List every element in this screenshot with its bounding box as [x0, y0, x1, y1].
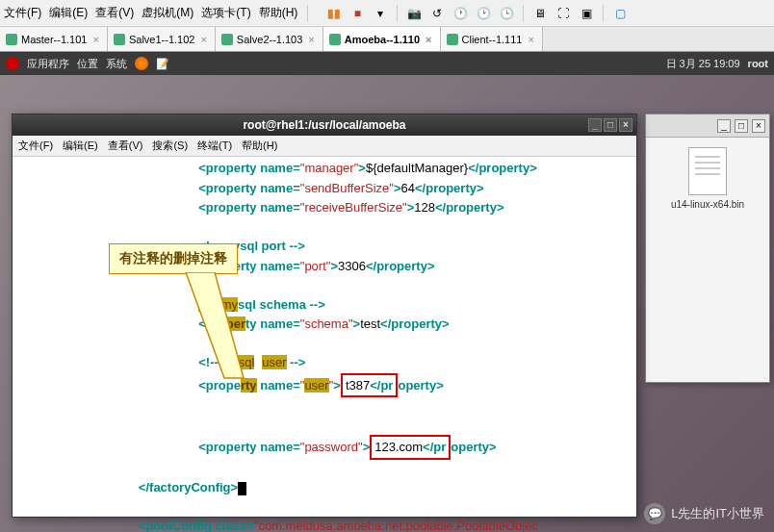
menu-tabs[interactable]: 选项卡(T)	[201, 5, 250, 21]
close-icon[interactable]: ×	[526, 34, 535, 45]
menu-vm[interactable]: 虚拟机(M)	[142, 5, 194, 21]
clock2-icon[interactable]: 🕑	[475, 5, 492, 22]
term-menu-search[interactable]: 搜索(S)	[152, 139, 188, 153]
gnome-places[interactable]: 位置	[77, 57, 98, 71]
gnome-panel: 应用程序 位置 系统 📝 日 3月 25 19:09 root	[0, 52, 774, 75]
gnome-date[interactable]: 日 3月 25 19:09	[666, 57, 740, 71]
file-item[interactable]: u14-linux-x64.bin	[646, 138, 769, 219]
dropdown-icon[interactable]: ▾	[372, 5, 389, 22]
clock3-icon[interactable]: 🕒	[498, 5, 515, 22]
tab-label: Amoeba--1.110	[345, 34, 420, 45]
minimize-button[interactable]: _	[588, 118, 602, 132]
notes-icon[interactable]: 📝	[156, 58, 169, 70]
maximize-button[interactable]: □	[735, 119, 748, 133]
terminal-window[interactable]: root@rhel1:/usr/local/amoeba _ □ × 文件(F)…	[12, 114, 637, 518]
monitor-icon	[221, 34, 233, 45]
callout-text: 有注释的删掉注释	[109, 243, 238, 274]
stop-icon[interactable]: ■	[348, 5, 366, 22]
tab-label: Client--1.111	[462, 34, 523, 45]
desktop: _ □ × u14-linux-x64.bin root@rhel1:/usr/…	[0, 75, 774, 532]
callout-arrow-icon	[176, 272, 263, 388]
menu-edit[interactable]: 编辑(E)	[49, 5, 88, 21]
menu-help[interactable]: 帮助(H)	[259, 5, 298, 21]
terminal-title: root@rhel1:/usr/local/amoeba	[243, 118, 405, 132]
menu-view[interactable]: 查看(V)	[95, 5, 134, 21]
close-button[interactable]: ×	[619, 118, 632, 132]
vm-tabs: Master--1.101× Salve1--1.102× Salve2--1.…	[0, 27, 774, 52]
watermark: 💬 L先生的IT小世界	[644, 503, 764, 524]
monitor-icon	[6, 34, 17, 45]
tab-master[interactable]: Master--1.101×	[0, 27, 108, 51]
close-icon[interactable]: ×	[424, 34, 433, 45]
main-menubar: 文件(F) 编辑(E) 查看(V) 虚拟机(M) 选项卡(T) 帮助(H) ▮▮…	[0, 0, 774, 27]
titlebar: _ □ ×	[646, 114, 769, 138]
term-menu-terminal[interactable]: 终端(T)	[197, 139, 232, 153]
tab-client[interactable]: Client--1.111×	[441, 27, 543, 51]
redhat-icon[interactable]	[6, 57, 19, 70]
term-menu-view[interactable]: 查看(V)	[108, 139, 143, 153]
wechat-icon: 💬	[644, 503, 665, 524]
revert-icon[interactable]: ↺	[428, 5, 446, 22]
term-menu-help[interactable]: 帮助(H)	[242, 139, 277, 153]
tab-salve1[interactable]: Salve1--1.102×	[108, 27, 216, 51]
tab-label: Master--1.101	[21, 34, 87, 45]
terminal-menu: 文件(F) 编辑(E) 查看(V) 搜索(S) 终端(T) 帮助(H)	[13, 136, 636, 157]
term-menu-edit[interactable]: 编辑(E)	[63, 139, 98, 153]
minimize-button[interactable]: _	[717, 119, 731, 133]
watermark-text: L先生的IT小世界	[671, 505, 764, 522]
menu-file[interactable]: 文件(F)	[4, 5, 41, 21]
svg-marker-0	[186, 272, 244, 378]
gnome-apps[interactable]: 应用程序	[27, 57, 69, 71]
snapshot-icon[interactable]: 📷	[405, 5, 423, 22]
maximize-button[interactable]: □	[604, 118, 617, 132]
unity-icon[interactable]: ▣	[578, 5, 595, 22]
terminal-content[interactable]: <property name="manager">${defaultManage…	[13, 157, 636, 532]
firefox-icon[interactable]	[135, 57, 148, 70]
file-icon	[688, 147, 727, 195]
monitor-icon	[114, 34, 125, 45]
tab-amoeba[interactable]: Amoeba--1.110×	[323, 27, 441, 51]
tab-label: Salve2--1.103	[237, 34, 303, 45]
file-name: u14-linux-x64.bin	[650, 199, 765, 210]
tab-salve2[interactable]: Salve2--1.103×	[216, 27, 323, 51]
window-icon[interactable]: ▢	[611, 5, 629, 22]
clock1-icon[interactable]: 🕐	[452, 5, 469, 22]
close-icon[interactable]: ×	[90, 34, 100, 45]
gnome-user[interactable]: root	[748, 58, 768, 69]
cursor	[238, 482, 246, 495]
fullscr-icon[interactable]: ⛶	[555, 5, 572, 22]
annotation-callout: 有注释的删掉注释	[109, 243, 238, 274]
file-manager-window[interactable]: _ □ × u14-linux-x64.bin	[645, 114, 770, 383]
close-icon[interactable]: ×	[306, 34, 316, 45]
monitor-icon	[329, 34, 341, 45]
term-menu-file[interactable]: 文件(F)	[18, 139, 53, 153]
terminal-titlebar: root@rhel1:/usr/local/amoeba _ □ ×	[13, 114, 636, 136]
monitor-icon[interactable]: 🖥	[531, 5, 549, 22]
monitor-icon	[447, 34, 458, 45]
close-icon[interactable]: ×	[198, 34, 208, 45]
gnome-system[interactable]: 系统	[106, 57, 127, 71]
tab-label: Salve1--1.102	[129, 34, 195, 45]
pause-icon[interactable]: ▮▮	[325, 5, 343, 22]
close-button[interactable]: ×	[752, 119, 765, 133]
